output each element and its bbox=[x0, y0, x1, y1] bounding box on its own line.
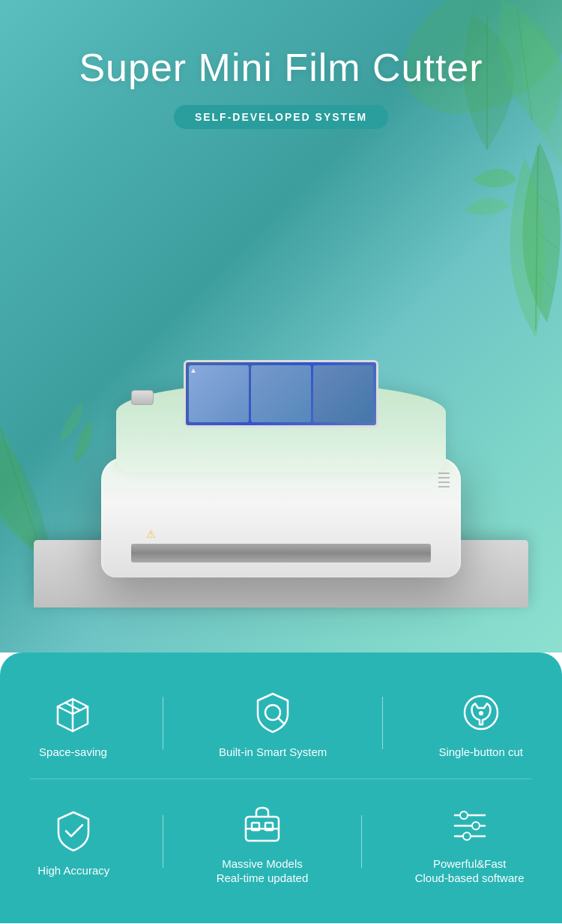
feature-powerful-fast: Powerful&Fast Cloud-based software bbox=[408, 790, 532, 893]
shield-check-icon bbox=[47, 805, 100, 857]
divider-2 bbox=[382, 697, 383, 749]
feature-built-in-label: Built-in Smart System bbox=[219, 745, 327, 760]
badge-container: SELF-DEVELOPED SYSTEM bbox=[0, 105, 562, 129]
svg-point-11 bbox=[479, 711, 483, 716]
device-lid: ▲ bbox=[116, 382, 446, 472]
svg-point-21 bbox=[463, 832, 471, 840]
feature-massive-models: Massive Models Real-time updated bbox=[209, 790, 316, 893]
smart-icon bbox=[247, 686, 299, 739]
feature-built-in-smart: Built-in Smart System bbox=[211, 679, 334, 767]
device-body: ⚠ ▲ bbox=[94, 428, 468, 578]
feature-high-accuracy-label: High Accuracy bbox=[37, 863, 109, 878]
sliders-icon bbox=[444, 798, 496, 850]
device-power-button bbox=[131, 390, 154, 405]
wrench-icon bbox=[455, 686, 507, 739]
feature-powerful-fast-label: Powerful&Fast Cloud-based software bbox=[415, 856, 525, 886]
feature-massive-models-label: Massive Models Real-time updated bbox=[217, 856, 309, 886]
self-developed-badge: SELF-DEVELOPED SYSTEM bbox=[174, 105, 388, 129]
feature-single-button: Single-button cut bbox=[431, 679, 531, 767]
feature-single-button-label: Single-button cut bbox=[438, 745, 523, 760]
device-output-slot bbox=[131, 544, 431, 562]
hero-section: Super Mini Film Cutter SELF-DEVELOPED SY… bbox=[0, 0, 562, 652]
feature-space-saving-label: Space-saving bbox=[39, 745, 107, 760]
svg-point-19 bbox=[472, 822, 480, 830]
feature-high-accuracy: High Accuracy bbox=[30, 797, 117, 886]
divider-1 bbox=[163, 697, 163, 749]
feature-space-saving: Space-saving bbox=[31, 679, 115, 767]
divider-3 bbox=[163, 815, 163, 868]
features-row-2: High Accuracy bbox=[0, 779, 562, 904]
divider-4 bbox=[361, 815, 362, 868]
svg-line-9 bbox=[278, 718, 283, 723]
hero-title: Super Mini Film Cutter bbox=[0, 45, 562, 90]
vents bbox=[438, 472, 450, 488]
warning-sticker: ⚠ bbox=[146, 528, 156, 540]
box-icon bbox=[46, 686, 99, 739]
features-section: Space-saving Built-in Smart System bbox=[0, 652, 562, 923]
device-base: ⚠ bbox=[101, 458, 461, 578]
device-illustration: ⚠ ▲ bbox=[71, 352, 491, 608]
briefcase-icon bbox=[236, 798, 288, 850]
device-screen: ▲ bbox=[184, 360, 378, 428]
features-row-1: Space-saving Built-in Smart System bbox=[0, 668, 562, 778]
svg-point-17 bbox=[460, 812, 468, 819]
